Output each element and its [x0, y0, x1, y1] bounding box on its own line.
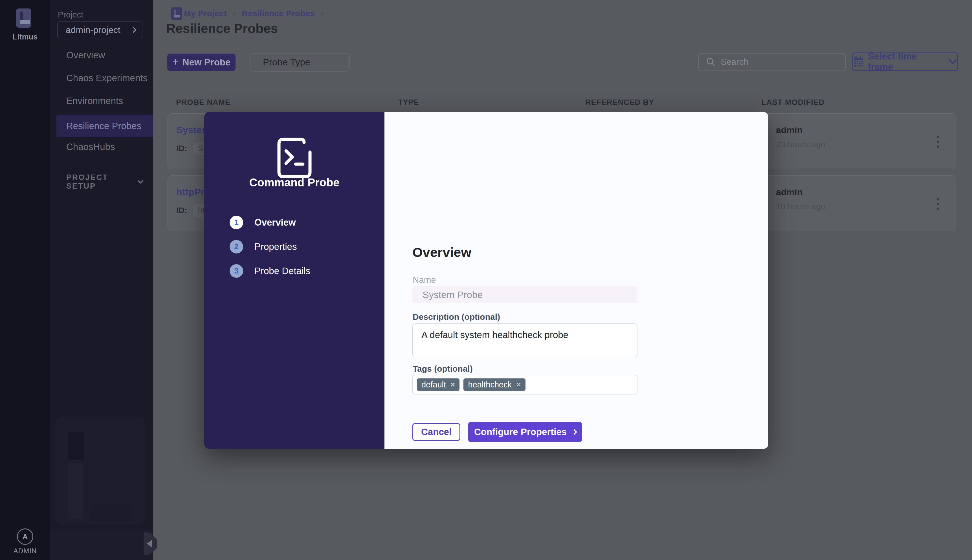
create-probe-modal: Command Probe 1 Overview 2 Properties 3 …	[204, 112, 769, 449]
column-last-modified: LAST MODIFIED	[762, 98, 824, 107]
logo-bar-horizontal	[20, 20, 30, 24]
select-time-frame-button[interactable]: Select time frame	[852, 52, 958, 71]
remove-tag-icon[interactable]: ×	[450, 381, 455, 388]
calendar-icon	[853, 57, 864, 67]
search-box	[698, 53, 846, 71]
table-header-row: PROBE NAME TYPE REFERENCED BY LAST MODIF…	[153, 98, 972, 109]
project-label: Project	[58, 10, 83, 20]
breadcrumb-project-icon[interactable]	[171, 7, 182, 20]
sidebar-item-overview[interactable]: Overview	[50, 44, 153, 67]
chevron-down-icon	[138, 178, 143, 183]
project-setup-toggle[interactable]: PROJECT SETUP	[66, 175, 142, 188]
column-probe-name: PROBE NAME	[176, 98, 230, 107]
wizard-step-probe-details[interactable]: 3 Probe Details	[230, 263, 365, 278]
sidebar-skeleton-block	[90, 505, 132, 522]
wizard-title: Command Probe	[204, 176, 385, 189]
step-number: 2	[230, 240, 243, 253]
plus-icon: +	[172, 56, 178, 68]
toolbar: + New Probe Probe Type	[153, 43, 972, 80]
icon-rail: Litmus A ADMIN	[0, 0, 50, 560]
name-field[interactable]: System Probe	[412, 286, 637, 303]
description-label: Description (optional)	[413, 312, 500, 322]
chevron-right-icon	[130, 27, 137, 33]
project-setup-label: PROJECT SETUP	[66, 173, 127, 191]
logo-bar-vertical	[20, 12, 23, 21]
breadcrumb-separator: >	[320, 9, 325, 18]
probe-type-dropdown[interactable]: Probe Type	[250, 53, 350, 72]
new-probe-button[interactable]: + New Probe	[167, 53, 235, 71]
user-avatar[interactable]: A	[17, 528, 33, 545]
sidebar-divider	[61, 167, 141, 167]
collapse-arrow-icon	[147, 540, 152, 547]
sidebar-item-chaoshubs[interactable]: ChaosHubs	[50, 136, 153, 158]
wizard-step-overview[interactable]: 1 Overview	[230, 215, 365, 230]
terminal-icon	[275, 136, 314, 180]
tag-chip-default: default ×	[417, 378, 460, 391]
modified-by: admin	[776, 187, 802, 197]
sidebar: Project admin-project Overview Chaos Exp…	[50, 0, 153, 560]
remove-tag-icon[interactable]: ×	[516, 381, 521, 388]
description-textarea[interactable]: A default system healthcheck probe	[412, 323, 637, 357]
search-icon	[706, 57, 715, 67]
sidebar-item-resilience-probes[interactable]: Resilience Probes	[57, 115, 153, 137]
chevron-down-icon	[949, 59, 957, 65]
wizard-step-properties[interactable]: 2 Properties	[230, 239, 365, 254]
name-label: Name	[413, 275, 436, 285]
modified-by: admin	[776, 125, 802, 135]
search-input[interactable]	[721, 57, 834, 67]
step-number: 3	[230, 264, 243, 278]
sidebar-item-chaos-experiments[interactable]: Chaos Experiments	[50, 67, 153, 89]
modified-time: 10 hours ago	[776, 202, 825, 211]
page-header: My Project > Resilience Probes > Resilie…	[153, 0, 972, 43]
litmus-logo-icon[interactable]	[16, 8, 31, 28]
chevron-down-icon	[334, 58, 340, 65]
tags-field[interactable]: default × healthcheck ×	[412, 375, 637, 395]
sidebar-footer: Litmus 3.0	[50, 530, 153, 560]
wizard-panel: Command Probe 1 Overview 2 Properties 3 …	[204, 112, 385, 449]
configure-properties-button[interactable]: Configure Properties	[468, 422, 582, 442]
project-name: admin-project	[66, 25, 120, 35]
overview-form: Overview Name System Probe Description (…	[385, 112, 769, 449]
cancel-button[interactable]: Cancel	[412, 423, 460, 441]
breadcrumb-resilience-probes[interactable]: Resilience Probes	[242, 9, 315, 18]
modified-time: 23 hours ago	[776, 140, 825, 149]
row-menu-button[interactable]	[929, 130, 946, 154]
litmus-logo-text: Litmus	[0, 33, 50, 42]
page-title: Resilience Probes	[166, 21, 278, 36]
form-title: Overview	[412, 245, 471, 260]
chevron-right-icon	[572, 429, 577, 435]
sidebar-skeleton-block	[68, 432, 84, 460]
breadcrumb: My Project > Resilience Probes >	[184, 8, 325, 19]
breadcrumb-separator: >	[232, 9, 237, 18]
column-type: TYPE	[398, 98, 419, 107]
sidebar-item-environments[interactable]: Environments	[50, 90, 153, 112]
tags-label: Tags (optional)	[413, 364, 473, 373]
breadcrumb-my-project[interactable]: My Project	[184, 9, 227, 18]
avatar-caption: ADMIN	[0, 547, 50, 555]
column-referenced-by: REFERENCED BY	[585, 98, 654, 107]
sidebar-skeleton-block	[68, 463, 83, 519]
step-number: 1	[230, 216, 243, 229]
row-menu-button[interactable]	[929, 192, 946, 216]
tag-chip-healthcheck: healthcheck ×	[463, 378, 525, 391]
project-selector[interactable]: admin-project	[57, 22, 142, 38]
